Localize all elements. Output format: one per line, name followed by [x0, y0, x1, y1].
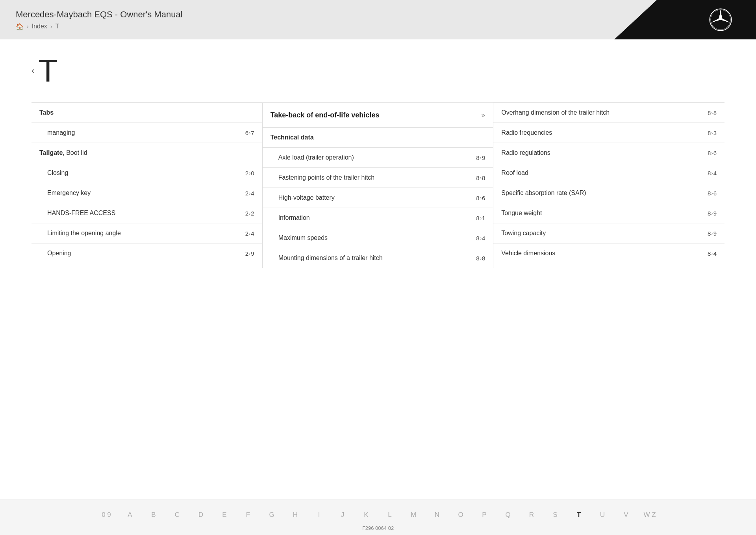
list-item[interactable]: Overhang dimension of the trailer hitch … [493, 103, 724, 123]
alpha-g[interactable]: G [260, 508, 284, 522]
item-page: 8›6 [697, 150, 717, 156]
header: Mercedes-Maybach EQS - Owner's Manual 🏠 … [0, 0, 756, 39]
item-page: 8›6 [465, 195, 485, 201]
item-label: Overhang dimension of the trailer hitch [501, 109, 697, 116]
list-item[interactable]: Emergency key 2›4 [32, 183, 262, 203]
item-label: Radio frequencies [501, 129, 697, 136]
list-item[interactable]: Closing 2›0 [32, 163, 262, 183]
breadcrumb-index[interactable]: Index [32, 23, 47, 30]
alpha-b[interactable]: B [142, 508, 165, 522]
alpha-f[interactable]: F [236, 508, 260, 522]
alpha-09[interactable]: 0 9 [94, 508, 118, 522]
letter-section: ‹ T [32, 55, 724, 87]
item-page: 8›4 [465, 235, 485, 241]
list-item[interactable]: High-voltage battery 8›6 [263, 188, 493, 208]
take-back-arrow: » [481, 111, 485, 119]
alpha-d[interactable]: D [189, 508, 213, 522]
column-3: Overhang dimension of the trailer hitch … [493, 103, 724, 268]
breadcrumb-current[interactable]: T [55, 23, 59, 30]
section-header-tailgate: Tailgate, Boot lid [32, 143, 262, 163]
item-label: Opening [47, 250, 235, 257]
item-page: 8›3 [697, 130, 717, 136]
item-label: Roof load [501, 169, 697, 176]
list-item[interactable]: Tongue weight 8›9 [493, 203, 724, 223]
list-item[interactable]: Limiting the opening angle 2›4 [32, 223, 262, 243]
document-title: Mercedes-Maybach EQS - Owner's Manual [16, 9, 183, 20]
alpha-v[interactable]: V [614, 508, 638, 522]
item-page: 2›9 [235, 250, 254, 257]
alpha-m[interactable]: M [402, 508, 425, 522]
alpha-j[interactable]: J [331, 508, 354, 522]
footer-code: F296 0064 02 [362, 525, 394, 531]
alpha-a[interactable]: A [118, 508, 142, 522]
list-item[interactable]: Information 8›1 [263, 208, 493, 228]
alpha-o[interactable]: O [449, 508, 472, 522]
breadcrumb: 🏠 › Index › T [16, 23, 183, 30]
column-1: Tabs managing 6›7 Tailgate, Boot lid Clo… [32, 103, 263, 268]
back-arrow[interactable]: ‹ [32, 66, 34, 76]
technical-header-label: Technical data [271, 134, 485, 141]
alpha-wz[interactable]: W Z [638, 508, 662, 522]
list-item[interactable]: Vehicle dimensions 8›4 [493, 243, 724, 263]
alpha-e[interactable]: E [213, 508, 236, 522]
index-grid: Tabs managing 6›7 Tailgate, Boot lid Clo… [32, 102, 724, 268]
list-item[interactable]: Opening 2›9 [32, 243, 262, 263]
alphabet-bar: 0 9 A B C D E F G H I J K L M N O P Q R … [0, 508, 756, 522]
item-page: 2›4 [235, 230, 254, 237]
logo-area [614, 0, 756, 39]
item-page: 8›8 [697, 110, 717, 116]
item-page: 8›9 [697, 230, 717, 237]
item-page: 8›4 [697, 170, 717, 176]
item-label: Limiting the opening angle [47, 230, 235, 237]
list-item[interactable]: Towing capacity 8›9 [493, 223, 724, 243]
alpha-k[interactable]: K [354, 508, 378, 522]
alpha-i[interactable]: I [307, 508, 331, 522]
item-page: 2›2 [235, 210, 254, 217]
list-item[interactable]: HANDS-FREE ACCESS 2›2 [32, 203, 262, 223]
list-item[interactable]: managing 6›7 [32, 123, 262, 143]
list-item[interactable]: Mounting dimensions of a trailer hitch 8… [263, 248, 493, 268]
item-label: High-voltage battery [278, 194, 466, 201]
tailgate-header-label: Tailgate, Boot lid [39, 149, 254, 156]
item-page: 6›7 [235, 130, 254, 136]
item-label: Axle load (trailer operation) [278, 154, 466, 161]
item-page: 2›0 [235, 170, 254, 176]
list-item[interactable]: Fastening points of the trailer hitch 8›… [263, 167, 493, 188]
list-item[interactable]: Specific absorption rate (SAR) 8›6 [493, 183, 724, 203]
item-page: 8›4 [697, 250, 717, 257]
item-page: 8›8 [465, 255, 485, 262]
footer: 0 9 A B C D E F G H I J K L M N O P Q R … [0, 500, 756, 535]
alpha-s[interactable]: S [543, 508, 567, 522]
alpha-q[interactable]: Q [496, 508, 520, 522]
list-item[interactable]: Axle load (trailer operation) 8›9 [263, 147, 493, 167]
item-page: 8›1 [465, 215, 485, 221]
item-label: Tongue weight [501, 210, 697, 217]
home-icon[interactable]: 🏠 [16, 23, 24, 30]
list-item[interactable]: Roof load 8›4 [493, 163, 724, 183]
alpha-l[interactable]: L [378, 508, 402, 522]
item-page: 8›8 [465, 175, 485, 181]
main-content: ‹ T Tabs managing 6›7 Tailgate, Boot lid… [0, 39, 756, 500]
section-header-tabs: Tabs [32, 103, 262, 123]
alpha-n[interactable]: N [425, 508, 449, 522]
item-label: Mounting dimensions of a trailer hitch [278, 254, 466, 262]
list-item[interactable]: Radio frequencies 8›3 [493, 123, 724, 143]
alpha-h[interactable]: H [284, 508, 307, 522]
take-back-link[interactable]: Take-back of end-of-life vehicles » [263, 103, 493, 127]
item-label: Emergency key [47, 189, 235, 197]
list-item[interactable]: Maximum speeds 8›4 [263, 228, 493, 248]
mercedes-logo [709, 8, 732, 32]
item-page: 8›9 [697, 210, 717, 217]
column-2: Take-back of end-of-life vehicles » Tech… [263, 103, 494, 268]
list-item[interactable]: Radio regulations 8›6 [493, 143, 724, 163]
item-label: Towing capacity [501, 230, 697, 237]
alpha-c[interactable]: C [165, 508, 189, 522]
alpha-t[interactable]: T [567, 508, 591, 522]
section-header-technical: Technical data [263, 127, 493, 147]
item-page: 8›6 [697, 190, 717, 197]
item-label: Maximum speeds [278, 234, 466, 241]
item-label: Specific absorption rate (SAR) [501, 189, 697, 197]
alpha-p[interactable]: P [472, 508, 496, 522]
alpha-u[interactable]: U [591, 508, 614, 522]
alpha-r[interactable]: R [520, 508, 543, 522]
